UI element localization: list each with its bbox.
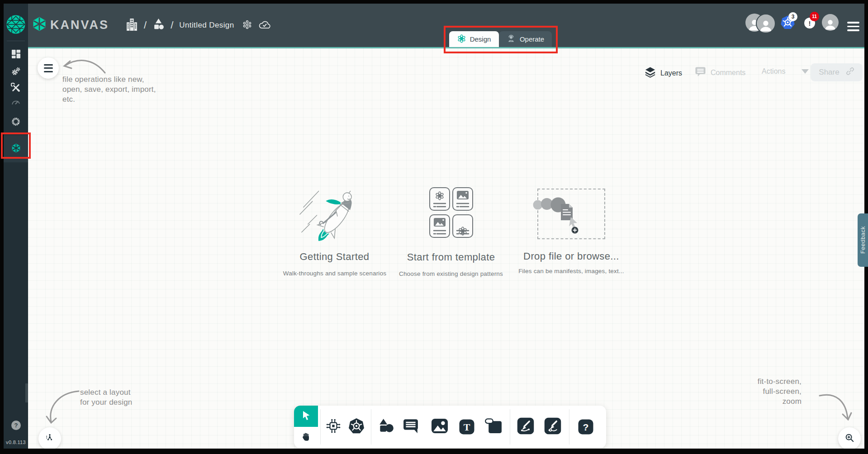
hand-icon xyxy=(301,432,311,444)
toolbar-help-tool[interactable]: ? xyxy=(579,420,593,435)
layers-icon xyxy=(645,66,656,80)
sidebar-item-performance[interactable] xyxy=(4,96,28,111)
sidebar-item-lifecycle[interactable] xyxy=(4,65,28,80)
mode-toggle: Design Operate xyxy=(449,31,552,47)
card-subtitle: Walk-throughs and sample scenarios xyxy=(276,270,394,277)
help-button[interactable]: ? xyxy=(11,421,21,430)
design-info-icon[interactable] xyxy=(242,19,252,32)
help-glyph: ? xyxy=(14,422,18,429)
zoom-button[interactable] xyxy=(838,427,861,449)
shapes-icon xyxy=(377,418,394,436)
comments-button[interactable]: Comments xyxy=(695,66,745,79)
alert-glyph: ! xyxy=(809,19,811,27)
annotation-zoom: fit-to-screen, full-screen, zoom xyxy=(754,377,802,407)
kanvas-logo-icon xyxy=(32,16,47,33)
zoom-in-icon xyxy=(844,433,854,445)
operate-person-icon xyxy=(507,34,516,44)
organization-icon[interactable] xyxy=(126,18,138,33)
share-button[interactable]: Share xyxy=(811,63,863,81)
comments-icon xyxy=(695,66,706,79)
performance-dial-icon xyxy=(11,98,21,109)
actions-label: Actions xyxy=(762,67,785,76)
share-label: Share xyxy=(819,68,839,77)
comment-icon xyxy=(403,418,419,435)
note-tool[interactable] xyxy=(485,418,502,435)
design-name[interactable]: Untitled Design xyxy=(179,21,234,30)
tab-operate[interactable]: Operate xyxy=(499,31,552,47)
header-menu-button[interactable] xyxy=(847,22,859,31)
annotation-file-operations: file operations like new, open, save, ex… xyxy=(62,75,156,104)
sidebar-item-kanvas[interactable] xyxy=(4,135,28,162)
lifecycle-gears-icon xyxy=(11,66,21,78)
sidebar-item-configuration[interactable] xyxy=(4,81,28,96)
kanvas-brand[interactable]: KANVAS xyxy=(32,16,109,33)
comments-label: Comments xyxy=(711,69,745,77)
configuration-tools-icon xyxy=(11,83,21,95)
chevron-down-icon xyxy=(802,69,809,74)
annotation-layout: select a layout for your design xyxy=(80,388,132,407)
image-tool[interactable] xyxy=(432,419,448,435)
toolbar-divider xyxy=(320,409,321,445)
user-avatar[interactable] xyxy=(822,14,839,31)
kanvas-logo-text: KANVAS xyxy=(50,18,109,32)
drop-file-card[interactable]: Drop file or browse... Files can be mani… xyxy=(524,177,619,277)
feedback-label: Feedback xyxy=(859,226,866,254)
sidebar-item-extensions[interactable] xyxy=(4,115,28,130)
template-grid-illustration xyxy=(429,187,473,238)
text-tool[interactable]: T xyxy=(460,420,474,435)
card-subtitle: Choose from existing design patterns xyxy=(390,270,512,277)
freehand-pencil-tool[interactable] xyxy=(545,418,561,436)
design-tab-label: Design xyxy=(470,35,491,43)
drop-file-illustration xyxy=(532,194,585,237)
kubernetes-tool[interactable] xyxy=(348,418,365,436)
pencil-icon xyxy=(545,418,561,436)
notification-count-badge: 11 xyxy=(810,12,819,21)
share-link-icon xyxy=(846,67,854,78)
breadcrumb-separator: / xyxy=(144,19,147,31)
help-tool-icon: ? xyxy=(579,420,593,435)
component-tool[interactable] xyxy=(325,418,342,436)
extensions-icon xyxy=(11,117,21,128)
kubernetes-icon xyxy=(348,418,365,436)
layout-graph-icon xyxy=(45,433,54,444)
layers-button[interactable]: Layers xyxy=(645,66,682,80)
toolbar-divider xyxy=(371,409,371,445)
collaborator-avatar[interactable] xyxy=(756,14,776,33)
sidebar-item-dashboard[interactable] xyxy=(4,47,28,62)
note-icon xyxy=(485,418,502,435)
sidebar-divider xyxy=(7,41,25,41)
toolbar-divider xyxy=(569,409,569,445)
feedback-tab[interactable]: Feedback xyxy=(858,213,868,267)
file-menu-button[interactable] xyxy=(38,57,59,79)
workspace-shapes-icon[interactable] xyxy=(152,18,165,33)
layout-select-button[interactable] xyxy=(38,427,61,449)
card-title: Start from template xyxy=(394,251,508,263)
actions-dropdown[interactable]: Actions xyxy=(762,67,809,76)
getting-started-card[interactable]: Getting Started Walk-throughs and sample… xyxy=(286,177,383,277)
card-title: Drop file or browse... xyxy=(515,251,628,262)
image-icon xyxy=(432,419,448,435)
text-tool-icon: T xyxy=(460,420,474,435)
pan-tool[interactable] xyxy=(294,427,318,448)
chip-icon xyxy=(325,418,342,436)
layer5-logo-icon[interactable] xyxy=(6,14,26,34)
design-canvas[interactable]: file operations like new, open, save, ex… xyxy=(28,48,864,449)
breadcrumb: / / Untitled Design xyxy=(126,15,271,35)
cloud-saved-icon xyxy=(258,19,271,31)
card-subtitle: Files can be manifests, images, text... xyxy=(510,268,632,274)
operate-tab-label: Operate xyxy=(520,35,544,43)
cursor-arrow-icon xyxy=(301,410,312,423)
start-from-template-card[interactable]: Start from template Choose from existing… xyxy=(403,177,498,277)
tools-dock: T xyxy=(294,406,606,448)
edge-pen-tool[interactable] xyxy=(517,418,534,436)
layers-label: Layers xyxy=(660,69,682,77)
comment-tool[interactable] xyxy=(403,418,419,435)
app-version: v0.8.113 xyxy=(4,440,28,445)
select-tool[interactable] xyxy=(294,406,318,427)
shapes-tool[interactable] xyxy=(377,418,394,436)
card-title: Getting Started xyxy=(286,251,383,263)
rocket-doodle-illustration xyxy=(294,180,375,251)
pen-icon xyxy=(517,418,534,436)
tab-design[interactable]: Design xyxy=(449,31,499,47)
toolbar-divider xyxy=(510,409,510,445)
